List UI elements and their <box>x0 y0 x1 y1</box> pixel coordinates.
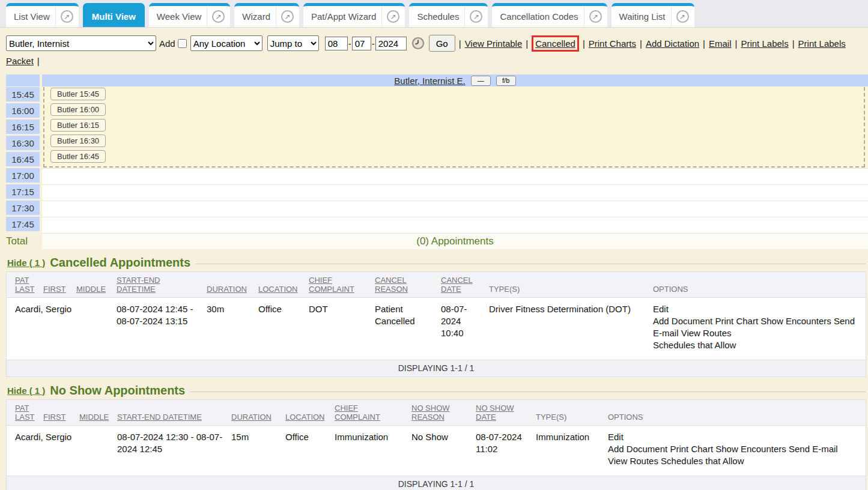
tab-label: Waiting List <box>619 7 672 26</box>
provider-link[interactable]: Butler, Internist E. <box>394 76 465 86</box>
date-year-input[interactable] <box>375 37 407 50</box>
schedule-cell[interactable] <box>42 136 868 152</box>
schedule-cell[interactable] <box>42 87 868 103</box>
appointments-count: (0) Appointments <box>42 233 868 249</box>
link-print-labels-packet-part2[interactable]: Packet <box>6 56 34 66</box>
link-separator: | <box>703 38 705 49</box>
col-header-datetime[interactable]: START-END DATETIME <box>117 272 207 298</box>
col-header-middle[interactable]: MIDDLE <box>79 400 117 426</box>
col-header-middle[interactable]: MIDDLE <box>76 272 117 298</box>
cell-cancel-date: 08-07-2024 10:40 <box>441 298 489 360</box>
link-separator: | <box>735 38 738 49</box>
open-new-window-icon[interactable]: ↗ <box>212 10 225 23</box>
jump-to-select[interactable]: Jump to <box>267 35 319 51</box>
open-new-window-icon[interactable]: ↗ <box>589 10 602 23</box>
tab-wizard[interactable]: Wizard ↗ <box>234 3 299 27</box>
col-header-noshow-date[interactable]: NO SHOW DATE <box>476 400 536 426</box>
slot-button-1615[interactable]: Butler 16:15 <box>50 119 106 132</box>
fb-button[interactable]: f/b <box>496 76 516 86</box>
cell-types: Driver Fitness Determination (DOT) <box>489 298 653 360</box>
link-email[interactable]: Email <box>709 38 732 49</box>
link-add-dictation[interactable]: Add Dictation <box>646 38 699 49</box>
open-new-window-icon[interactable]: ↗ <box>676 10 689 23</box>
open-new-window-icon[interactable]: ↗ <box>387 10 399 23</box>
link-separator: | <box>526 38 528 49</box>
schedule-cell[interactable] <box>42 217 868 233</box>
cell-noshow-date: 08-07-2024 11:02 <box>476 426 536 476</box>
link-print-charts[interactable]: Print Charts <box>589 38 636 49</box>
col-header-location[interactable]: LOCATION <box>258 272 309 298</box>
col-header-pat-last[interactable]: PAT LAST <box>7 272 43 298</box>
col-header-chief-complaint[interactable]: CHIEF COMPLAINT <box>309 272 375 298</box>
noshow-hide-toggle[interactable]: Hide ( 1 ) <box>7 386 45 396</box>
date-day-input[interactable] <box>352 37 371 50</box>
col-header-cancel-reason[interactable]: CANCEL REASON <box>375 272 441 298</box>
open-new-window-icon[interactable]: ↗ <box>281 10 294 23</box>
cancelled-hide-toggle[interactable]: Hide ( 1 ) <box>7 258 45 268</box>
col-header-pat-last[interactable]: PAT LAST <box>7 400 43 426</box>
slot-button-1645[interactable]: Butler 16:45 <box>50 150 106 163</box>
col-header-datetime[interactable]: START-END DATETIME <box>117 400 231 426</box>
link-print-labels[interactable]: Print Labels <box>741 38 788 49</box>
date-separator: - <box>348 38 351 49</box>
cell-options-actions[interactable]: Edit Add Document Print Chart Show Encou… <box>653 298 866 360</box>
cell-patient-name: Acardi, Sergio <box>7 426 117 476</box>
noshow-appointments-table: PAT LAST FIRST MIDDLE START-END DATETIME… <box>6 399 866 490</box>
section-divider <box>190 392 866 392</box>
schedule-cell[interactable] <box>42 152 868 168</box>
noshow-section-header: Hide ( 1 ) No Show Appointments <box>7 384 866 398</box>
col-header-location[interactable]: LOCATION <box>285 400 335 426</box>
col-header-duration[interactable]: DURATION <box>231 400 285 426</box>
link-cancelled[interactable]: Cancelled <box>535 38 575 49</box>
link-separator: | <box>37 56 40 66</box>
link-view-printable[interactable]: View Printable <box>465 38 523 49</box>
tab-list-view[interactable]: List View ↗ <box>6 3 79 27</box>
tab-label: Pat/Appt Wizard <box>311 7 382 26</box>
link-separator: | <box>792 38 795 49</box>
slot-button-1600[interactable]: Butler 16:00 <box>50 103 106 116</box>
date-separator: - <box>372 38 375 49</box>
open-new-window-icon[interactable]: ↗ <box>61 10 73 23</box>
date-month-input[interactable] <box>325 37 348 50</box>
col-header-types: TYPE(S) <box>489 272 653 298</box>
schedule-cell[interactable] <box>42 103 868 119</box>
slot-button-1630[interactable]: Butler 16:30 <box>50 135 106 147</box>
tab-waiting-list[interactable]: Waiting List ↗ <box>612 3 694 27</box>
view-tab-bar: List View ↗ Multi View Week View ↗ Wizar… <box>0 0 868 28</box>
open-new-window-icon[interactable]: ↗ <box>470 10 482 23</box>
schedule-cell[interactable] <box>42 184 868 201</box>
schedule-cell[interactable] <box>42 119 868 136</box>
col-header-options: OPTIONS <box>653 272 866 298</box>
minimize-column-button[interactable]: — <box>471 76 491 86</box>
col-header-cancel-date[interactable]: CANCEL DATE <box>441 272 489 298</box>
noshow-section-title: No Show Appointments <box>50 384 185 398</box>
time-label: 16:30 <box>6 136 40 150</box>
tab-cancellation-codes[interactable]: Cancellation Codes ↗ <box>492 3 607 27</box>
schedule-cell[interactable] <box>42 168 868 184</box>
total-label: Total <box>6 233 42 249</box>
provider-select[interactable]: Butler, Internist <box>6 35 156 51</box>
col-header-first[interactable]: FIRST <box>43 272 76 298</box>
go-button[interactable]: Go <box>429 35 455 52</box>
tab-pat-appt-wizard[interactable]: Pat/Appt Wizard ↗ <box>303 3 405 27</box>
location-select[interactable]: Any Location <box>190 35 263 51</box>
cell-patient-name: Acardi, Sergio <box>7 298 117 360</box>
tab-week-view[interactable]: Week View ↗ <box>149 3 230 27</box>
add-checkbox[interactable] <box>178 39 187 48</box>
link-print-labels-packet-part1[interactable]: Print Labels <box>798 38 846 49</box>
slot-button-1545[interactable]: Butler 15:45 <box>50 88 106 100</box>
cell-options-actions[interactable]: Edit Add Document Print Chart Show Encou… <box>608 426 866 476</box>
col-header-first[interactable]: FIRST <box>43 400 79 426</box>
tab-schedules[interactable]: Schedules ↗ <box>409 3 488 27</box>
noshow-appointment-row: Acardi, Sergio 08-07-2024 12:30 - 08-07-… <box>7 426 866 476</box>
col-header-duration[interactable]: DURATION <box>207 272 258 298</box>
tab-multi-view[interactable]: Multi View <box>83 3 145 27</box>
time-label: 16:45 <box>6 152 40 166</box>
schedule-grid: Butler, Internist E. — f/b 15:45 16:00 1… <box>6 74 868 249</box>
col-header-chief-complaint[interactable]: CHIEF COMPLAINT <box>335 400 411 426</box>
col-header-noshow-reason[interactable]: NO SHOW REASON <box>411 400 476 426</box>
schedule-cell[interactable] <box>42 201 868 217</box>
clock-icon[interactable] <box>411 37 425 50</box>
time-label: 17:30 <box>6 201 40 215</box>
tab-label: Cancellation Codes <box>500 7 584 26</box>
